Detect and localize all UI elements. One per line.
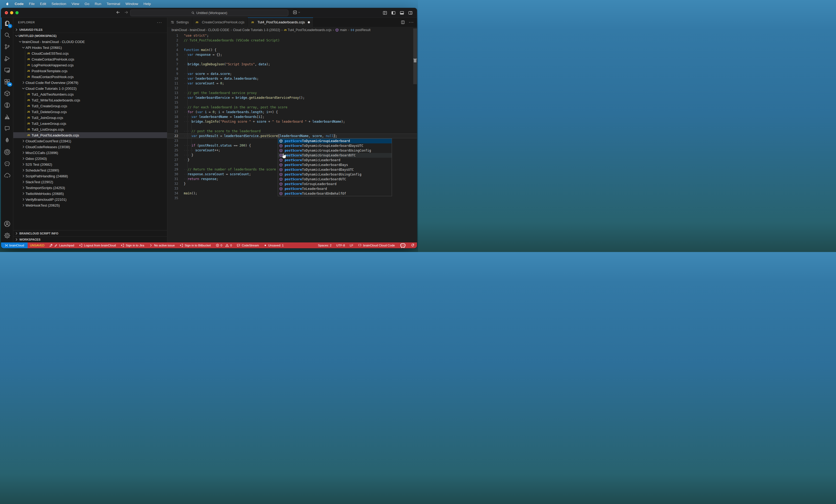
activity-copilot-icon[interactable] (1, 158, 13, 170)
code-line-9[interactable]: 9··var·score·=·data.score; (167, 72, 417, 76)
activity-kubernetes-icon[interactable] (1, 146, 13, 158)
menu-item-edit[interactable]: Edit (37, 2, 49, 6)
activity-container-tools-icon[interactable] (1, 88, 13, 99)
tree-file-CloudCodeES5Test.ccjs[interactable]: JSCloudCodeES5Test.ccjs (13, 51, 167, 56)
menu-item-run[interactable]: Run (92, 2, 104, 6)
suggest-item-postScoreToDynamicGroupLeaderboardUTC[interactable]: postScoreToDynamicGroupLeaderboardUTC (278, 153, 392, 158)
status-unsaved-flag[interactable]: UNSAVED (27, 243, 47, 248)
activity-accounts-icon[interactable] (1, 218, 13, 230)
suggest-item-postScoreToDynamicLeaderboardDays[interactable]: postScoreToDynamicLeaderboardDays (278, 162, 392, 167)
more-actions-icon[interactable]: ··· (157, 20, 162, 24)
status-indentation[interactable]: Spaces: 2 (316, 243, 334, 248)
tree-file-Tut3_LeaveGroup.ccjs[interactable]: JSTut3_LeaveGroup.ccjs (13, 120, 167, 127)
tree-file-LogPreHookHappened.ccjs[interactable]: JSLogPreHookHappened.ccjs (13, 62, 167, 68)
activity-explorer-icon[interactable]: 1 (1, 18, 13, 29)
status-no-active-issue[interactable]: No active issue (147, 243, 177, 248)
menu-item-window[interactable]: Window (123, 2, 141, 6)
code-line-20[interactable]: 20 (167, 124, 417, 129)
code-line-10[interactable]: 10··var·leaderboards·=·data.leaderboards… (167, 76, 417, 81)
suggest-item-postScoreToDynamicLeaderboardUsingConfig[interactable]: postScoreToDynamicLeaderboardUsingConfig (278, 172, 392, 177)
menu-item-view[interactable]: View (69, 2, 82, 6)
suggest-item-postScoreToGroupLeaderboard[interactable]: postScoreToGroupLeaderboard (278, 182, 392, 187)
menu-item-selection[interactable]: Selection (49, 2, 69, 6)
activity-extensions-icon[interactable]: 24 (1, 76, 13, 88)
code-line-17[interactable]: 17··for·(var·i·=·0;·i·<·leaderboards.len… (167, 110, 417, 114)
activity-run-debug-icon[interactable] (1, 53, 13, 64)
tree-folder[interactable]: ScheduleTest (22890) (13, 167, 167, 173)
code-line-19[interactable]: 19····bridge.logInfo("Posting·score·"·+·… (167, 119, 417, 124)
tree-folder[interactable]: UNTITLED (WORKSPACE) (13, 33, 167, 39)
tree-folder[interactable]: S2S Test (20682) (13, 161, 167, 167)
activity-source-control-icon[interactable] (1, 41, 13, 53)
code-line-16[interactable]: 16··//·For·each·leaderboard·in·the·array… (167, 105, 417, 110)
tab-Settings[interactable]: Settings (167, 18, 192, 27)
tab-Tut4_PostToLeaderboards.ccjs[interactable]: JSTut4_PostToLeaderboards.ccjs (248, 18, 314, 27)
code-line-35[interactable]: 35 (167, 196, 417, 200)
forward-button[interactable] (124, 10, 129, 15)
status-logout-braincloud[interactable]: Logout from brainCloud (76, 243, 118, 248)
activity-braincloud-icon[interactable] (1, 170, 13, 181)
zoom-window-button[interactable] (15, 11, 19, 14)
section-unsaved-files[interactable]: UNSAVED FILES (13, 27, 167, 33)
customize-layout-icon[interactable] (383, 11, 387, 15)
tree-folder[interactable]: CloudCodeReleases (23038) (13, 144, 167, 150)
suggest-item-postScoreToDynamicGroupLeaderboardDaysUTC[interactable]: postScoreToDynamicGroupLeaderboardDaysUT… (278, 143, 392, 148)
toggle-panel-icon[interactable] (400, 11, 404, 15)
tree-folder[interactable]: MiscCCCalls (22896) (13, 150, 167, 156)
menu-item-terminal[interactable]: Terminal (104, 2, 123, 6)
tree-file-Tut3_CreateGroup.ccjs[interactable]: JSTut3_CreateGroup.ccjs (13, 103, 167, 109)
tree-file-Tut2_WriteToLeaderboards.ccjs[interactable]: JSTut2_WriteToLeaderboards.ccjs (13, 97, 167, 103)
code-line-18[interactable]: 18····var·leaderboardName·=·leaderboards… (167, 114, 417, 119)
tree-folder[interactable]: brainCloud - brainCloud - CLOUD CODE (13, 39, 167, 45)
tree-file-ReadContactPostHook.ccjs[interactable]: JSReadContactPostHook.ccjs (13, 74, 167, 80)
code-line-14[interactable]: 14··var·leaderboardService·=·bridge.getL… (167, 95, 417, 100)
tree-folder[interactable]: Cloud Code Ref Overview (20679) (13, 80, 167, 85)
suggest-item-postScoreToDynamicGroupLeaderboard[interactable]: postScoreToDynamicGroupLeaderboard (278, 139, 392, 143)
breadcrumb-item[interactable]: postResult (350, 28, 370, 32)
breadcrumb-item[interactable]: JSTut4_PostToLeaderboards.ccjs (284, 28, 331, 32)
status-encoding[interactable]: UTF-8 (334, 243, 347, 248)
menu-item-file[interactable]: File (26, 2, 37, 6)
tree-folder[interactable]: TwilioWebHooks (20685) (13, 191, 167, 196)
section-workspaces[interactable]: WORKSPACES (13, 236, 167, 243)
tree-folder[interactable]: ScriptPathHandling (24868) (13, 173, 167, 179)
code-line-7[interactable]: 7··bridge.logDebugJson("Script·Inputs",·… (167, 62, 417, 67)
toggle-secondary-sidebar-icon[interactable] (408, 11, 413, 15)
code-line-13[interactable]: 13··//·get·the·leaderboard·service·proxy (167, 91, 417, 95)
minimize-window-button[interactable] (10, 11, 13, 14)
tree-file-Tut1_AddTwoNumbers.ccjs[interactable]: JSTut1_AddTwoNumbers.ccjs (13, 91, 167, 97)
code-editor[interactable]: 1"use·strict";2//·Tut4_PostToLeaderboard… (167, 33, 417, 243)
tree-file-PostHookTemplate.ccjs[interactable]: JSPostHookTemplate.ccjs (13, 68, 167, 74)
close-window-button[interactable] (5, 11, 8, 14)
apple-icon[interactable] (3, 2, 12, 6)
dirty-indicator[interactable] (308, 21, 310, 23)
code-line-15[interactable]: 15 (167, 100, 417, 105)
activity-codestream-icon[interactable] (1, 123, 13, 134)
code-line-4[interactable]: 4function·main()·{ (167, 47, 417, 52)
tree-folder[interactable]: WebHookTest (20625) (13, 202, 167, 208)
suggest-item-postScoreToLeaderboardOnBehalfOf[interactable]: postScoreToLeaderboardOnBehalfOf (278, 191, 392, 196)
status-signin-bitbucket[interactable]: Sign in to Bitbucket (177, 243, 213, 248)
suggest-item-postScoreToDynamicGroupLeaderboardUsingConfig[interactable]: postScoreToDynamicGroupLeaderboardUsingC… (278, 148, 392, 153)
status-signin-jira[interactable]: Sign in to Jira (118, 243, 147, 248)
section-braincloud-script-info[interactable]: BRAINCLOUD SCRIPT INFO (13, 230, 167, 236)
command-center-search[interactable]: Untitled (Workspace) (130, 9, 288, 16)
status-language-mode[interactable]: brainCloud Cloud Code (356, 243, 397, 248)
breadcrumb-item[interactable]: main (335, 28, 347, 32)
tree-file-Tut3_ListGroups.ccjs[interactable]: JSTut3_ListGroups.ccjs (13, 127, 167, 132)
tree-file-Tut4_PostToLeaderboards.ccjs[interactable]: JSTut4_PostToLeaderboards.ccjs (13, 132, 167, 138)
status-notifications[interactable] (408, 243, 417, 248)
code-line-22[interactable]: 22····var·postResult·=·leaderboardServic… (167, 134, 417, 138)
status-copilot-status[interactable] (397, 243, 408, 248)
scrollbar-slider[interactable] (413, 28, 417, 84)
code-line-8[interactable]: 8 (167, 67, 417, 72)
status-launchpad[interactable]: Launchpad (47, 243, 76, 248)
activity-atlassian-icon[interactable] (1, 111, 13, 123)
code-line-3[interactable]: 3 (167, 43, 417, 47)
code-line-5[interactable]: 5··var·response·=·{}; (167, 52, 417, 57)
tree-folder[interactable]: TestImportScripts (24253) (13, 185, 167, 191)
tab-CreateContactPreHook.ccjs[interactable]: JSCreateContactPreHook.ccjs (192, 18, 248, 27)
suggest-item-postScoreToLeaderboard[interactable]: postScoreToLeaderboard (278, 187, 392, 191)
code-line-1[interactable]: 1"use·strict"; (167, 33, 417, 38)
activity-mongodb-icon[interactable] (1, 134, 13, 146)
